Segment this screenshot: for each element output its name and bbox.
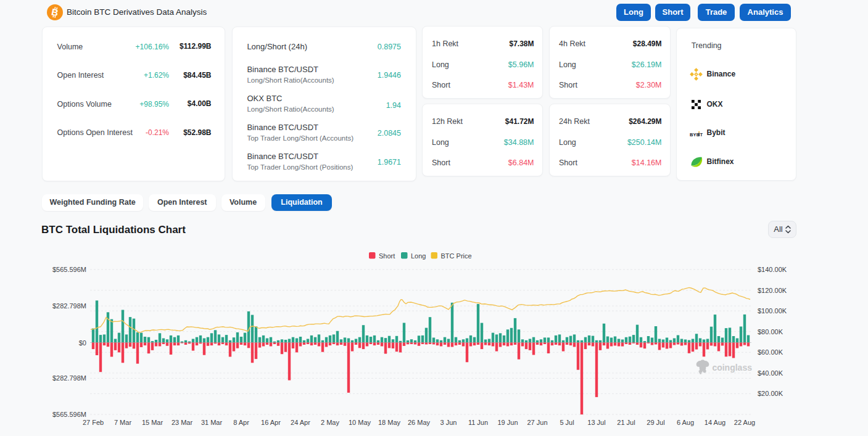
svg-text:Short: Short [379, 252, 395, 260]
svg-text:$0: $0 [79, 339, 86, 347]
svg-text:29 Jul: 29 Jul [647, 419, 664, 426]
svg-text:coinglass: coinglass [712, 363, 752, 372]
svg-text:$20.00K: $20.00K [758, 390, 783, 397]
svg-text:22 Aug: 22 Aug [734, 419, 755, 426]
svg-text:8 Apr: 8 Apr [233, 419, 249, 426]
svg-text:$120.00K: $120.00K [758, 287, 787, 294]
svg-text:3 Jun: 3 Jun [440, 419, 457, 426]
svg-text:BTC Price: BTC Price [441, 252, 472, 260]
svg-text:$140.00K: $140.00K [758, 266, 787, 273]
svg-text:$60.00K: $60.00K [758, 348, 783, 356]
svg-text:16 Apr: 16 Apr [261, 419, 281, 426]
svg-text:10 May: 10 May [349, 419, 371, 426]
svg-text:23 Mar: 23 Mar [172, 419, 193, 426]
svg-text:26 May: 26 May [408, 419, 431, 426]
svg-text:$565.596M: $565.596M [52, 266, 86, 273]
svg-text:11 Jun: 11 Jun [468, 419, 488, 426]
svg-text:$40.00K: $40.00K [758, 369, 783, 377]
svg-text:27 Feb: 27 Feb [83, 419, 104, 426]
svg-text:5 Jul: 5 Jul [560, 419, 574, 426]
svg-text:19 Jun: 19 Jun [497, 419, 518, 426]
svg-text:Long: Long [411, 252, 426, 260]
svg-text:21 Jul: 21 Jul [617, 419, 635, 426]
svg-text:2 May: 2 May [321, 419, 339, 426]
svg-text:7 Mar: 7 Mar [114, 419, 131, 426]
svg-text:24 Apr: 24 Apr [291, 419, 310, 426]
svg-text:$282.798M: $282.798M [52, 302, 86, 310]
svg-text:$565.596M: $565.596M [52, 411, 86, 418]
svg-text:31 Mar: 31 Mar [201, 419, 223, 426]
svg-text:13 Jul: 13 Jul [587, 419, 605, 426]
svg-text:18 May: 18 May [378, 419, 401, 426]
svg-text:$100.00K: $100.00K [758, 307, 787, 315]
svg-text:$80.00K: $80.00K [758, 328, 783, 335]
svg-text:27 Jun: 27 Jun [527, 419, 547, 426]
svg-text:15 Mar: 15 Mar [142, 419, 163, 426]
svg-text:6 Aug: 6 Aug [677, 419, 694, 426]
svg-text:14 Aug: 14 Aug [705, 419, 725, 426]
svg-text:T: T [700, 132, 703, 137]
svg-text:$282.798M: $282.798M [52, 374, 86, 382]
